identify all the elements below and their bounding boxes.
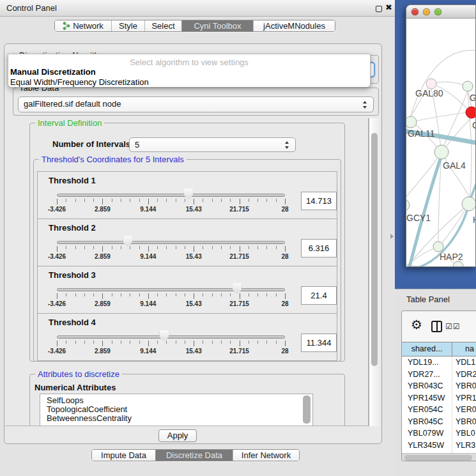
node-bottom-partial: [453, 261, 463, 267]
slider-thumb[interactable]: [183, 188, 193, 199]
tick-label: 21.715: [229, 206, 249, 213]
table-row[interactable]: YDR27...YDR2: [402, 369, 476, 381]
settings-scroll-viewport: Interval Definition Number of Intervals …: [5, 118, 369, 426]
column-layout-icon[interactable]: [431, 321, 442, 332]
cell-name[interactable]: YPR1: [452, 392, 476, 404]
number-of-intervals-combobox[interactable]: 5: [129, 137, 296, 152]
cell-name[interactable]: YER0: [452, 404, 476, 416]
table-row[interactable]: YDL19...YDL1: [402, 357, 476, 369]
tab-cyni-toolbox[interactable]: Cyni Toolbox: [181, 20, 253, 31]
tab-select[interactable]: Select: [144, 20, 181, 31]
network-window-titlebar[interactable]: [406, 5, 475, 19]
table-row[interactable]: YLR345WYLR3: [402, 440, 476, 452]
gear-icon[interactable]: ⚙: [411, 317, 422, 332]
table-horizontal-scrollbar[interactable]: [402, 453, 476, 461]
tick-label: 2.859: [95, 300, 111, 307]
slider-tick-labels: -3.4262.8599.14415.4321.71528: [57, 253, 285, 261]
thresholds-group-title: Threshold's Coordinates for 5 Intervals: [39, 155, 187, 164]
cell-shared-name[interactable]: YLR345W: [402, 440, 452, 452]
network-canvas[interactable]: GAL80 GA C GAL11 GAL4 GCY1 H HAP2: [406, 19, 476, 267]
cell-name[interactable]: YDL1: [452, 357, 476, 369]
threshold-2-value-field[interactable]: 6.316: [301, 239, 337, 257]
tick-label: 21.715: [229, 348, 249, 355]
tab-network[interactable]: Network: [55, 20, 111, 31]
slider-track[interactable]: [57, 241, 285, 244]
threshold-1-value-field[interactable]: 14.713: [301, 192, 337, 210]
slider-track[interactable]: [57, 335, 285, 339]
slider-thumb[interactable]: [159, 330, 169, 341]
scrollbar-thumb[interactable]: [371, 133, 378, 366]
node-gal4: [434, 145, 449, 159]
cell-shared-name[interactable]: YBR043C: [402, 380, 452, 392]
popup-option-equal-width[interactable]: Equal Width/Frequency Discretization: [8, 77, 370, 88]
zoom-traffic-light-icon[interactable]: [434, 8, 441, 15]
table-row[interactable]: YER054CYER0: [402, 404, 476, 416]
scrollbar-thumb[interactable]: [404, 455, 472, 461]
threshold-4-value-field[interactable]: 11.344: [301, 334, 337, 352]
tab-jactivemnodules[interactable]: jActiveMNodules: [253, 20, 335, 31]
float-window-icon[interactable]: [376, 6, 382, 12]
control-panel-titlebar: Control Panel ✖: [0, 0, 395, 17]
cell-shared-name[interactable]: YDL19...: [402, 357, 452, 369]
attributes-group-title: Attributes to discretize: [35, 369, 122, 379]
threshold-2-slider[interactable]: -3.4262.8599.14415.4321.71528: [57, 219, 285, 267]
cell-shared-name[interactable]: YER054C: [402, 404, 452, 416]
slider-track[interactable]: [57, 288, 285, 291]
threshold-4-panel: Threshold 4 -3.4262.8599.14415.4321.7152…: [37, 313, 337, 361]
tab-infer-network[interactable]: Infer Network: [233, 450, 299, 461]
table-row[interactable]: YBR043CYBR0: [402, 380, 476, 392]
network-view-window[interactable]: GAL80 GA C GAL11 GAL4 GCY1 H HAP2: [406, 4, 476, 267]
attribute-list-item[interactable]: TopologicalCoefficient: [47, 405, 312, 414]
close-traffic-light-icon[interactable]: [411, 8, 418, 15]
cell-name[interactable]: YBR0: [452, 416, 476, 428]
tab-style[interactable]: Style: [111, 20, 144, 31]
number-of-intervals-value: 5: [135, 140, 139, 150]
column-header-name[interactable]: na: [452, 342, 476, 356]
attributes-list-scrollbar[interactable]: [303, 395, 311, 424]
cell-name[interactable]: YBL0: [452, 427, 476, 440]
tab-impute-data-label: Impute Data: [101, 450, 146, 461]
tab-impute-data[interactable]: Impute Data: [92, 450, 155, 461]
column-header-shared-name[interactable]: shared...: [402, 342, 452, 356]
cell-name[interactable]: YBR0: [452, 380, 476, 392]
threshold-1-slider[interactable]: -3.4262.8599.14415.4321.71528: [57, 172, 285, 220]
settings-vertical-scrollbar[interactable]: [369, 118, 380, 426]
cell-shared-name[interactable]: YBL079W: [402, 427, 452, 440]
cell-shared-name[interactable]: YDR27...: [402, 369, 452, 381]
table-panel: ⚙ ☑☑ shared... na YDL19...YDL1YDR27...YD…: [401, 311, 476, 461]
select-columns-icon[interactable]: ☑☑: [445, 322, 461, 331]
popup-option-manual-discretization[interactable]: Manual Discretization: [8, 67, 370, 77]
table-row[interactable]: YPR145WYPR1: [402, 392, 476, 404]
node-gal80: [426, 79, 436, 89]
table-row[interactable]: YBL079WYBL0: [402, 427, 476, 440]
table-row[interactable]: YBR045CYBR0: [402, 416, 476, 428]
tab-infer-network-label: Infer Network: [242, 450, 291, 461]
top-tab-bar: Network Style Select Cyni Toolbox jActiv…: [54, 20, 335, 32]
slider-thumb[interactable]: [123, 236, 132, 247]
cell-name[interactable]: YLR3: [452, 440, 476, 452]
slider-thumb[interactable]: [233, 283, 242, 294]
cell-name[interactable]: YDR2: [452, 369, 476, 381]
minimize-traffic-light-icon[interactable]: [423, 8, 430, 15]
node-gal11: [406, 116, 417, 128]
threshold-3-slider[interactable]: -3.4262.8599.14415.4321.71528: [57, 266, 285, 314]
cell-shared-name[interactable]: YPR145W: [402, 392, 452, 404]
tick-label: -3.426: [48, 300, 66, 307]
tick-label: 2.859: [95, 253, 111, 260]
table-data-combobox[interactable]: galFiltered.sif default node: [18, 96, 374, 112]
tab-discretize-data[interactable]: Discretize Data: [155, 450, 233, 461]
slider-track[interactable]: [57, 194, 285, 197]
node-label-h-partial: H: [473, 215, 476, 225]
numerical-attributes-list[interactable]: SelfLoopsTopologicalCoefficientBetweenne…: [40, 394, 313, 426]
attribute-list-item[interactable]: BetweennessCentrality: [47, 414, 312, 423]
threshold-4-slider[interactable]: -3.4262.8599.14415.4321.71528: [57, 314, 285, 362]
attribute-list-item[interactable]: SelfLoops: [47, 396, 312, 405]
apply-button[interactable]: Apply: [158, 429, 197, 442]
panel-title: Control Panel: [6, 3, 57, 13]
tick-label: 15.43: [186, 253, 202, 260]
cell-shared-name[interactable]: YBR045C: [402, 416, 452, 428]
threshold-3-value-field[interactable]: 21.4: [301, 286, 337, 305]
close-icon[interactable]: ✖: [385, 3, 392, 12]
tick-label: 15.43: [186, 300, 202, 307]
splitter-collapse-icon[interactable]: [390, 234, 394, 239]
